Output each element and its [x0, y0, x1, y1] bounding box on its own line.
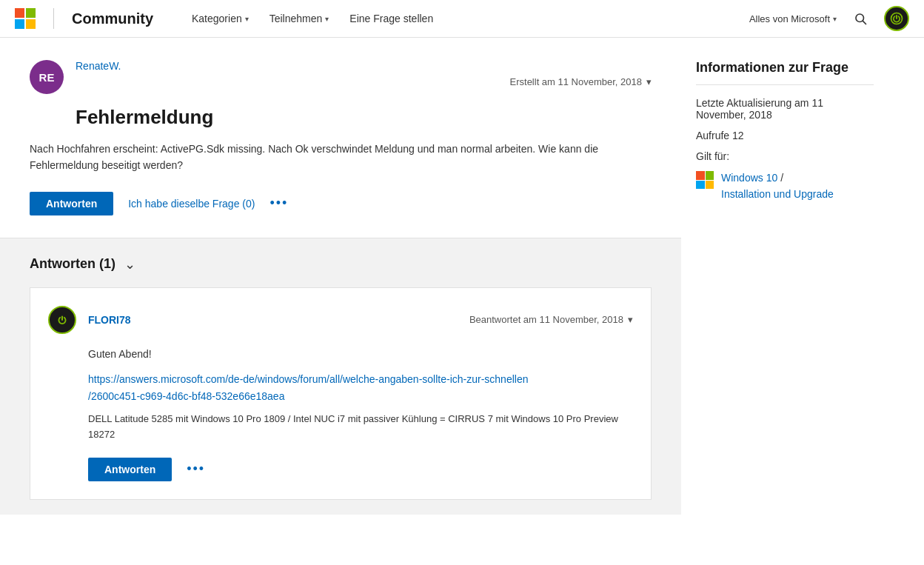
- win-logo-yellow: [706, 181, 714, 190]
- nav-kategorien[interactable]: Kategorien ▾: [184, 8, 256, 29]
- question-date: Erstellt am 11 November, 2018 ▾: [510, 76, 652, 87]
- sidebar-divider: [696, 84, 874, 85]
- svg-line-1: [863, 21, 866, 24]
- sidebar-views-value: Aufrufe 12: [696, 130, 744, 141]
- alles-von-microsoft-label: Alles von Microsoft: [749, 13, 830, 24]
- community-title: Community: [72, 10, 153, 27]
- nav-frage-stellen[interactable]: Eine Frage stellen: [342, 8, 441, 29]
- answer-card: FLORI78 Beantwortet am 11 November, 2018…: [0, 287, 681, 515]
- answer-header: FLORI78 Beantwortet am 11 November, 2018…: [48, 306, 633, 334]
- win-logo-green: [706, 171, 714, 180]
- sidebar-gilt-fur: Gilt für: Windows 10 / Installation und …: [696, 150, 874, 203]
- answer-inner: FLORI78 Beantwortet am 11 November, 2018…: [30, 287, 652, 500]
- answer-avatar-icon: [54, 312, 70, 328]
- gilt-fur-separator: /: [780, 172, 783, 184]
- content-area: RE RenateW. Erstellt am 11 November, 201…: [0, 38, 681, 544]
- gilt-fur-label: Gilt für:: [696, 150, 874, 162]
- answer-author-name[interactable]: FLORI78: [88, 314, 131, 326]
- answer-date-label: Beantwortet am 11 November, 2018: [469, 314, 623, 325]
- answer-actions: Antworten •••: [48, 458, 633, 481]
- search-button[interactable]: [848, 7, 872, 30]
- nav-kategorien-label: Kategorien: [192, 13, 242, 24]
- answer-reply-button[interactable]: Antworten: [88, 458, 172, 481]
- microsoft-logo: [15, 8, 36, 29]
- gilt-fur-row: Windows 10 / Installation und Upgrade: [696, 170, 874, 203]
- date-chevron: ▾: [646, 76, 652, 87]
- windows-logo: [696, 171, 714, 189]
- question-actions: Antworten Ich habe dieselbe Frage (0) ••…: [30, 192, 652, 238]
- answer-greeting: Guten Abend!: [88, 346, 633, 362]
- search-icon: [854, 12, 867, 25]
- win-logo-red: [696, 171, 705, 180]
- nav-teilnehmen-label: Teilnehmen: [270, 13, 323, 24]
- nav-kategorien-chevron: ▾: [245, 15, 249, 23]
- logo-blue: [15, 19, 24, 29]
- user-avatar-header[interactable]: [884, 6, 909, 31]
- question-body: Nach Hochfahren erscheint: ActivePG.Sdk …: [30, 141, 652, 174]
- question-title: Fehlermeldung: [30, 106, 652, 129]
- answer-signature: DELL Latitude 5285 mit Windows 10 Pro 18…: [88, 412, 633, 443]
- answer-more-options[interactable]: •••: [187, 461, 205, 477]
- gilt-fur-links: Windows 10 / Installation und Upgrade: [721, 170, 834, 203]
- windows-10-link[interactable]: Windows 10: [721, 172, 777, 184]
- header-right: Alles von Microsoft ▾: [749, 6, 909, 31]
- answers-header: Antworten (1) ⌄: [0, 238, 681, 287]
- answer-body: Guten Abend! https://answers.microsoft.c…: [48, 346, 633, 443]
- author-avatar: RE: [30, 60, 64, 94]
- alles-von-microsoft-menu[interactable]: Alles von Microsoft ▾: [749, 13, 837, 24]
- answers-title: Antworten (1): [30, 256, 116, 272]
- answer-date: Beantwortet am 11 November, 2018 ▾: [469, 314, 633, 325]
- sidebar-title: Informationen zur Frage: [696, 60, 874, 76]
- upgrade-link[interactable]: Installation und Upgrade: [721, 188, 834, 200]
- logo-divider: [53, 8, 54, 29]
- sidebar-views: Aufrufe 12: [696, 130, 874, 141]
- sidebar: Informationen zur Frage Letzte Aktualisi…: [681, 38, 888, 544]
- logo-green: [26, 8, 36, 18]
- sidebar-last-update-value: Letzte Aktualisierung am 11 November, 20…: [696, 97, 823, 121]
- main-container: RE RenateW. Erstellt am 11 November, 201…: [0, 38, 924, 544]
- win-logo-blue: [696, 181, 705, 190]
- answer-avatar: [48, 306, 76, 334]
- author-name[interactable]: RenateW.: [76, 60, 121, 72]
- question-meta-row: RE RenateW. Erstellt am 11 November, 201…: [30, 60, 652, 103]
- question-date-label: Erstellt am 11 November, 2018: [510, 76, 642, 87]
- answers-toggle[interactable]: ⌄: [124, 256, 135, 273]
- question-header: RE RenateW.: [30, 60, 121, 94]
- logo-yellow: [26, 19, 36, 29]
- nav-teilnehmen-chevron: ▾: [325, 15, 329, 23]
- question-more-options[interactable]: •••: [270, 195, 288, 211]
- reply-button[interactable]: Antworten: [30, 192, 113, 215]
- logo-area: Community: [15, 8, 175, 29]
- same-question-link[interactable]: Ich habe dieselbe Frage (0): [128, 198, 255, 210]
- answer-link[interactable]: https://answers.microsoft.com/de-de/wind…: [88, 373, 528, 401]
- nav-teilnehmen[interactable]: Teilnehmen ▾: [262, 8, 337, 29]
- answer-date-chevron: ▾: [628, 314, 633, 325]
- logo-red: [15, 8, 24, 18]
- sidebar-last-update: Letzte Aktualisierung am 11 November, 20…: [696, 97, 874, 121]
- power-icon: [889, 11, 904, 26]
- nav-frage-stellen-label: Eine Frage stellen: [349, 13, 433, 24]
- author-initials: RE: [39, 71, 55, 84]
- alles-chevron: ▾: [833, 15, 837, 23]
- site-header: Community Kategorien ▾ Teilnehmen ▾ Eine…: [0, 0, 924, 38]
- main-nav: Kategorien ▾ Teilnehmen ▾ Eine Frage ste…: [184, 8, 749, 29]
